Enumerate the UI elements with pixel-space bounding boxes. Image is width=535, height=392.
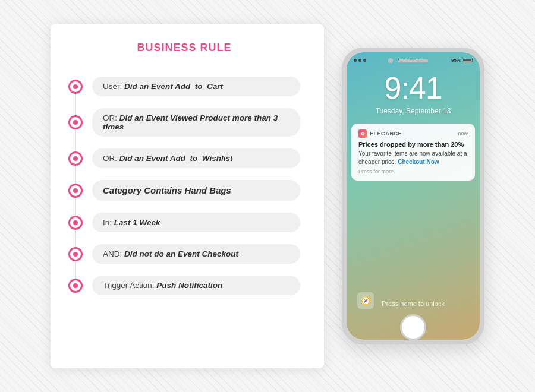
phone-date: Tuesday, September 13 <box>347 107 480 115</box>
rule-bold: Did an Event Viewed Product more than 3 … <box>103 113 278 131</box>
battery-icon <box>462 58 473 62</box>
notif-app: ✿ ELEGANCE <box>358 129 402 138</box>
card-title: BUSINESS RULE <box>68 42 300 54</box>
notif-app-name: ELEGANCE <box>370 131 402 137</box>
rule-dot <box>68 184 83 198</box>
rule-dot <box>68 151 83 166</box>
notif-body: Your favorite items are now available at… <box>358 150 468 166</box>
rule-item: AND: Did not do an Event Checkout <box>68 238 300 270</box>
rule-bold: Last 1 Week <box>114 218 160 227</box>
rule-prefix: OR: <box>103 154 119 163</box>
rule-pill: Trigger Action: Push Notification <box>92 276 300 295</box>
rule-item: In: Last 1 Week <box>68 207 300 238</box>
notif-header: ✿ ELEGANCE now <box>358 129 468 138</box>
rule-dot <box>68 216 83 230</box>
push-notification: ✿ ELEGANCE now Prices dropped by more th… <box>351 124 475 181</box>
status-battery: 95% <box>451 58 473 63</box>
rule-bold: Did an Event Add_to_Cart <box>124 82 223 91</box>
business-rule-card: BUSINESS RULE User: Did an Event Add_to_… <box>51 24 324 368</box>
rule-pill: OR: Did an Event Add_to_Wishlist <box>92 148 300 168</box>
battery-percent: 95% <box>451 58 461 63</box>
rule-item: Category Contains Hand Bags <box>68 174 300 207</box>
rule-pill: OR: Did an Event Viewed Product more tha… <box>92 108 300 137</box>
phone-status-bar: VIRGIN ▾ 95% <box>347 52 480 65</box>
app-icon: ✿ <box>358 129 367 138</box>
phone-camera <box>388 58 393 63</box>
rule-bold: Did an Event Add_to_Wishlist <box>119 154 233 163</box>
rule-prefix: AND: <box>103 249 124 258</box>
main-container: BUSINESS RULE User: Did an Event Add_to_… <box>51 24 484 368</box>
rule-bold: Push Notification <box>156 281 222 290</box>
phone-home-button[interactable] <box>400 314 426 340</box>
rule-prefix: OR: <box>103 113 119 122</box>
rule-pill-bold: Category Contains Hand Bags <box>92 180 300 201</box>
rule-item: User: Did an Event Add_to_Cart <box>68 71 300 102</box>
signal-dot <box>363 59 366 62</box>
rule-bold: Category Contains Hand Bags <box>103 185 231 195</box>
rules-list: User: Did an Event Add_to_Cart OR: Did a… <box>68 71 300 301</box>
rule-item: Trigger Action: Push Notification <box>68 270 300 301</box>
rule-prefix: User: <box>103 82 124 91</box>
rule-item: OR: Did an Event Add_to_Wishlist <box>68 143 300 174</box>
rule-dot <box>68 247 83 261</box>
signal-dot <box>354 59 357 62</box>
phone-screen: VIRGIN ▾ 95% 9:41 Tuesday, September 13 … <box>347 52 480 340</box>
phone-mockup: VIRGIN ▾ 95% 9:41 Tuesday, September 13 … <box>342 48 484 344</box>
rule-pill: In: Last 1 Week <box>92 213 300 232</box>
rule-pill: AND: Did not do an Event Checkout <box>92 244 300 264</box>
battery-fill <box>463 59 471 61</box>
rule-dot <box>68 279 83 293</box>
rule-prefix: Trigger Action: <box>103 281 156 290</box>
status-signals <box>354 59 366 62</box>
notif-checkout-link[interactable]: Checkout Now <box>398 159 439 165</box>
phone-speaker <box>398 59 428 62</box>
rule-pill: User: Did an Event Add_to_Cart <box>92 77 300 96</box>
rule-prefix: In: <box>103 218 114 227</box>
rule-dot <box>68 115 83 129</box>
phone-bottom-app-icon: 🧭 <box>357 292 374 309</box>
phone-time: 9:41 <box>347 70 480 106</box>
notif-title: Prices dropped by more than 20% <box>358 141 468 148</box>
signal-dot <box>358 59 361 62</box>
rule-item: OR: Did an Event Viewed Product more tha… <box>68 102 300 143</box>
notif-press-more: Press for more <box>358 169 468 175</box>
rule-bold: Did not do an Event Checkout <box>124 249 238 258</box>
notif-time: now <box>458 131 468 137</box>
rule-dot <box>68 80 83 94</box>
